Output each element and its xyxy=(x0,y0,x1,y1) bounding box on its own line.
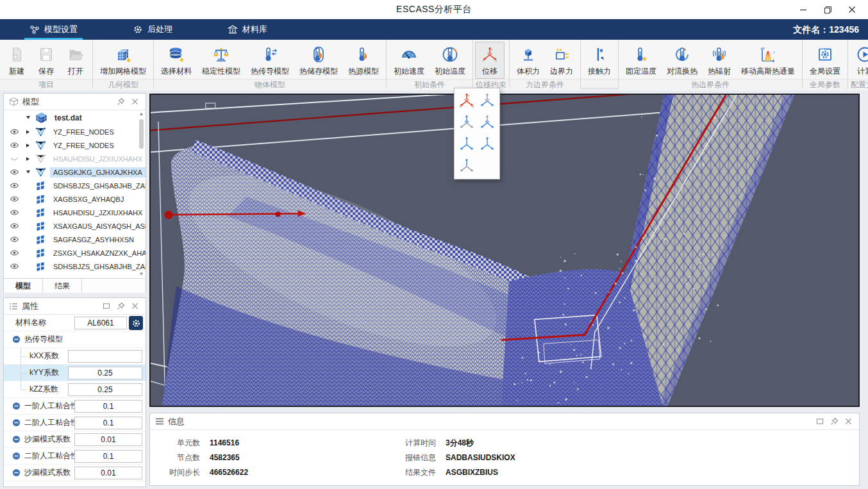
toolbar-button-global-settings[interactable]: 全局设置 xyxy=(805,42,846,79)
toolbar-button-displacement[interactable]: zxy位移 xyxy=(475,42,505,79)
eye-visible-icon[interactable] xyxy=(10,263,20,270)
displacement-option-5[interactable] xyxy=(456,135,477,153)
tree-row-12[interactable]: SDHSBJZS_GHSABJHB_ZAHU xyxy=(4,260,146,273)
property-input-9[interactable] xyxy=(74,450,142,463)
toolbar-button-convection[interactable]: 对流换热 xyxy=(662,42,703,79)
displacement-option-7[interactable] xyxy=(456,157,477,175)
toolbar-button-heat-source[interactable]: 热源模型 xyxy=(343,42,384,79)
eye-visible-icon[interactable] xyxy=(10,142,20,149)
property-input-3[interactable] xyxy=(68,350,142,363)
toolbar-button-new-file[interactable]: 新建 xyxy=(2,42,31,79)
toolbar-button-add-mesh[interactable]: 增加网格模型 xyxy=(95,42,151,79)
property-input-5[interactable] xyxy=(68,383,142,396)
displacement-option-1[interactable]: zxy xyxy=(456,92,477,110)
tree-row-2[interactable]: YZ_FREE_NODES xyxy=(4,125,146,138)
collapse-minus-icon[interactable] xyxy=(12,452,21,460)
displacement-option-2[interactable] xyxy=(477,92,497,110)
minimize-button[interactable] xyxy=(791,0,815,19)
tree-row-1[interactable]: test.dat xyxy=(4,110,146,125)
tree-row-11[interactable]: ZSXGX_HSAKAZNZXK_AHASX xyxy=(4,246,146,260)
panel-tab-1[interactable]: 模型 xyxy=(4,279,43,293)
restore-panel-icon[interactable] xyxy=(814,417,826,427)
tree-row-6[interactable]: SDHSBJZS_GHSABJHB_ZAHU xyxy=(4,179,146,192)
scroll-thumb[interactable] xyxy=(139,119,144,149)
chevron-collapsed-icon[interactable] xyxy=(26,129,31,135)
property-input-6[interactable] xyxy=(74,400,142,413)
tree-item-label: SDHSBJZS_GHSABJHB_ZAHU xyxy=(50,181,146,191)
chevron-expanded-icon[interactable] xyxy=(26,169,31,175)
property-input-7[interactable] xyxy=(74,417,142,429)
close-button[interactable] xyxy=(840,0,864,19)
eye-visible-icon[interactable] xyxy=(10,222,20,230)
chevron-expanded-icon[interactable] xyxy=(26,115,31,120)
eye-visible-icon[interactable] xyxy=(10,249,20,257)
material-settings-button[interactable] xyxy=(129,316,143,330)
property-input-8[interactable] xyxy=(74,433,142,446)
tree-row-7[interactable]: XAGBSXG_AYHAQBJ xyxy=(4,192,146,206)
toolbar-button-fixed-temperature[interactable]: 固定温度 xyxy=(621,42,662,79)
close-icon[interactable] xyxy=(842,417,854,427)
eye-visible-icon[interactable] xyxy=(10,169,20,176)
tree-scrollbar[interactable]: ▲▼ xyxy=(138,111,145,278)
toolbar-button-label: 全局设置 xyxy=(810,66,840,77)
stability-icon xyxy=(212,45,231,64)
pin-icon[interactable] xyxy=(115,97,126,107)
scroll-up-icon[interactable]: ▲ xyxy=(139,111,144,117)
collapse-minus-icon[interactable] xyxy=(12,402,21,410)
displacement-option-6[interactable] xyxy=(477,135,497,153)
collapse-minus-icon[interactable] xyxy=(12,435,21,443)
tree-row-8[interactable]: HSAUHDISU_JZXIUXHAHX xyxy=(4,206,146,219)
tree-row-9[interactable]: XSAXGAUS_AISYAQSH_ASHX xyxy=(4,219,146,233)
displacement-option-3[interactable] xyxy=(456,113,477,131)
viewport-3d[interactable] xyxy=(149,94,860,407)
toolbar-group-label: 配置文件 xyxy=(848,79,868,90)
restore-panel-icon[interactable] xyxy=(101,301,112,311)
chevron-collapsed-icon[interactable] xyxy=(26,142,31,148)
restore-button[interactable] xyxy=(815,0,840,19)
toolbar-button-contact-force[interactable]: 接触力 xyxy=(583,42,616,79)
eye-visible-icon[interactable] xyxy=(10,182,20,190)
toolbar-button-boundary-force[interactable]: 边界力 xyxy=(545,42,578,79)
chevron-collapsed-icon[interactable] xyxy=(26,156,31,162)
property-input-4[interactable] xyxy=(68,367,142,379)
tree-row-4[interactable]: HSAUHDISU_JZXIUXHAHX xyxy=(4,152,146,165)
toolbar-button-stability[interactable]: 稳定性模型 xyxy=(197,42,246,79)
displacement-option-4[interactable] xyxy=(477,113,497,131)
property-input-10[interactable] xyxy=(74,467,142,479)
toolbar-group-label xyxy=(581,79,618,88)
eye-visible-icon[interactable] xyxy=(10,209,20,217)
toolbar-button-open-folder[interactable]: 打开 xyxy=(61,42,90,79)
eye-visible-icon[interactable] xyxy=(10,195,20,203)
pin-icon[interactable] xyxy=(828,417,840,427)
toolbar-button-save[interactable]: 保存 xyxy=(31,42,61,79)
tree-row-10[interactable]: SAGFASGZ_ASYHHXSN xyxy=(4,233,146,246)
collapse-minus-icon[interactable] xyxy=(12,335,21,344)
panel-tab-2[interactable]: 结果 xyxy=(43,279,82,293)
toolbar-button-radiation[interactable]: 热辐射 xyxy=(703,42,736,79)
toolbar-button-heat-storage[interactable]: 热储存模型 xyxy=(294,42,343,79)
close-icon[interactable] xyxy=(129,301,140,311)
tree-row-3[interactable]: YZ_FREE_NODES xyxy=(4,138,146,152)
pin-icon[interactable] xyxy=(115,301,126,311)
scroll-down-icon[interactable]: ▼ xyxy=(139,271,144,278)
tree-row-5[interactable]: AGSGKJKG_GJHXAJKHXA xyxy=(4,165,146,179)
eye-visible-icon[interactable] xyxy=(10,128,20,136)
menu-tab-2[interactable]: 后处理 xyxy=(130,19,175,40)
collapse-minus-icon[interactable] xyxy=(12,419,21,427)
triad-xy-blue-center-icon xyxy=(479,114,496,131)
close-icon[interactable] xyxy=(129,97,140,107)
eye-visible-icon[interactable] xyxy=(10,236,20,244)
toolbar-button-compute[interactable]: 计算 xyxy=(850,42,868,79)
menu-tab-3[interactable]: 材料库 xyxy=(225,19,270,40)
toolbar-button-init-temperature[interactable]: 初始温度 xyxy=(430,42,471,79)
toolbar-button-select-material[interactable]: 选择材料 xyxy=(156,42,197,79)
menu-tab-1[interactable]: 模型设置 xyxy=(27,19,80,40)
property-input-1[interactable] xyxy=(74,317,127,329)
property-row-7: 二阶人工粘合性 xyxy=(4,415,146,431)
toolbar-button-gauss-flux[interactable]: zy移动高斯热通量 xyxy=(736,42,800,79)
eye-hidden-icon[interactable] xyxy=(10,155,20,163)
toolbar-button-body-force[interactable]: 体积力 xyxy=(512,42,545,79)
toolbar-button-heat-conduction[interactable]: 热传导模型 xyxy=(246,42,294,79)
toolbar-button-init-velocity[interactable]: 初始速度 xyxy=(388,42,430,79)
collapse-minus-icon[interactable] xyxy=(12,468,21,477)
